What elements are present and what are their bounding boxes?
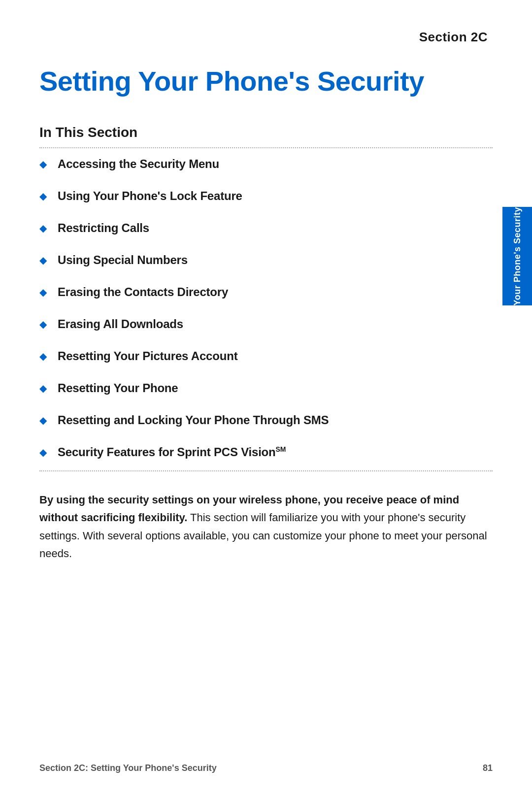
diamond-icon: ◆ [39,383,47,393]
diamond-icon: ◆ [39,447,47,457]
intro-paragraph: By using the security settings on your w… [39,491,493,563]
diamond-icon: ◆ [39,223,47,233]
in-this-section-heading: In This Section [39,125,493,140]
toc-item: ◆Restricting Calls [39,212,493,244]
toc-item: ◆Resetting Your Pictures Account [39,340,493,372]
footer: Section 2C: Setting Your Phone's Securit… [39,763,493,773]
diamond-icon: ◆ [39,319,47,329]
toc-item-label: Accessing the Security Menu [58,157,219,171]
page-container: Section 2C Setting Your Phone's Security… [0,0,532,798]
toc-list: ◆Accessing the Security Menu◆Using Your … [39,148,493,468]
toc-item: ◆Accessing the Security Menu [39,148,493,180]
side-tab-label: Your Phone's Security [512,207,523,306]
diamond-icon: ◆ [39,287,47,297]
diamond-icon: ◆ [39,255,47,265]
footer-text: Section 2C: Setting Your Phone's Securit… [39,763,217,773]
toc-item: ◆Security Features for Sprint PCS Vision… [39,436,493,468]
toc-item: ◆Resetting and Locking Your Phone Throug… [39,404,493,436]
toc-item-label: Resetting and Locking Your Phone Through… [58,413,329,427]
diamond-icon: ◆ [39,159,47,169]
toc-item-label: Using Your Phone's Lock Feature [58,189,242,203]
toc-item-label: Security Features for Sprint PCS VisionS… [58,445,286,459]
toc-item: ◆Erasing the Contacts Directory [39,276,493,308]
toc-item: ◆Using Special Numbers [39,244,493,276]
page-title: Setting Your Phone's Security [39,65,493,98]
toc-item-label: Resetting Your Phone [58,381,178,395]
toc-item-label: Using Special Numbers [58,253,188,267]
toc-item-label: Erasing the Contacts Directory [58,285,228,299]
section-label: Section 2C [39,30,493,45]
toc-item-label: Resetting Your Pictures Account [58,349,237,363]
toc-item: ◆Using Your Phone's Lock Feature [39,180,493,212]
toc-item-label: Restricting Calls [58,221,149,235]
side-tab: Your Phone's Security [502,207,532,305]
diamond-icon: ◆ [39,351,47,361]
diamond-icon: ◆ [39,191,47,201]
diamond-icon: ◆ [39,415,47,425]
toc-item: ◆Resetting Your Phone [39,372,493,404]
bottom-divider [39,470,493,471]
toc-item-label: Erasing All Downloads [58,317,183,331]
footer-page-number: 81 [483,763,493,773]
toc-item: ◆Erasing All Downloads [39,308,493,340]
